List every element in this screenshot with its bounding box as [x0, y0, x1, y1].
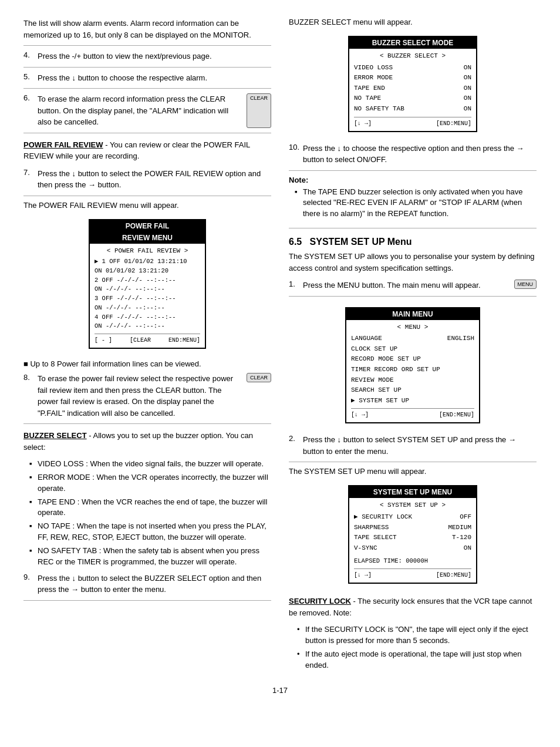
- system-menu-header: < SYSTEM SET UP >: [354, 500, 471, 511]
- step-5: 5. Press the ↓ button to choose the resp…: [23, 72, 271, 89]
- main-menu-row-5: SEARCH SET UP: [351, 385, 474, 396]
- step-text: Press the ↓ button to choose the respect…: [38, 72, 271, 84]
- system-menu-row-0: ▶ SECURITY LOCK OFF: [354, 512, 471, 523]
- step-num: 7.: [23, 168, 34, 191]
- step-2-system: 2. Press the ↓ button to select SYSTEM S…: [289, 434, 537, 462]
- main-menu-footer: [↓ →] [END:MENU]: [351, 408, 474, 420]
- system-menu-label-3: V-SYNC: [354, 543, 377, 554]
- right-column: BUZZER SELECT menu will appear. BUZZER S…: [289, 18, 537, 674]
- main-menu-row-4: REVIEW MODE: [351, 375, 474, 386]
- buzzer-menu-header: < BUZZER SELECT >: [354, 51, 471, 62]
- buzzer-menu-box: BUZZER SELECT MODE < BUZZER SELECT > VID…: [348, 36, 477, 132]
- power-fail-row-5: ON -/-/-/- --:--:--: [95, 304, 200, 313]
- power-fail-review-section: POWER FAIL REVIEW - You can review or cl…: [23, 139, 271, 162]
- section-65-title: 6.5 SYSTEM SET UP Menu: [289, 237, 537, 247]
- power-fail-menu-title: POWER FAIL: [90, 220, 205, 232]
- step-num: 2.: [289, 434, 299, 457]
- section-title: SYSTEM SET UP Menu: [310, 237, 412, 247]
- system-menu-val-1: MEDIUM: [448, 523, 471, 533]
- system-menu-row-2: TAPE SELECT T-120: [354, 533, 471, 543]
- section-65-intro: The SYSTEM SET UP allows you to personal…: [289, 251, 537, 274]
- buzzer-label-0: VIDEO LOSS: [354, 63, 393, 73]
- clear-button-indicator-2: CLEAR: [247, 373, 271, 382]
- buzzer-label-2: TAPE END: [354, 83, 385, 94]
- note-block: Note: The TAPE END buzzer selection is o…: [289, 176, 537, 220]
- security-lock-section: SECURITY LOCK - The security lock ensure…: [289, 595, 537, 618]
- power-fail-row-4: 3 OFF -/-/-/- --:--:--: [95, 294, 200, 304]
- note-label: Note:: [289, 176, 537, 184]
- step-1-system: 1. Press the MENU button. The main menu …: [289, 280, 537, 297]
- system-menu-val-3: ON: [464, 543, 471, 554]
- main-menu-box: MAIN MENU < MENU > LANGUAGE ENGLISH CLOC…: [345, 307, 480, 424]
- step-num: 4.: [23, 51, 34, 62]
- footer-left: [↓ →]: [354, 571, 372, 580]
- buzzer-row-2: TAPE END ON: [354, 83, 471, 94]
- system-menu-row-1: SHARPNESS MEDIUM: [354, 523, 471, 533]
- power-fail-row-3: ON -/-/-/- --:--:--: [95, 285, 200, 294]
- step-num: 6.: [23, 93, 34, 128]
- buzzer-bullet-1: ERROR MODE : When the VCR operates incor…: [29, 472, 271, 494]
- buzzer-row-3: NO TAPE ON: [354, 93, 471, 104]
- buzzer-menu-intro: BUZZER SELECT menu will appear.: [289, 18, 537, 26]
- step-10: 10. Press the ↓ to choose the respective…: [289, 143, 537, 171]
- system-menu-inner: < SYSTEM SET UP > ▶ SECURITY LOCK OFF SH…: [349, 498, 476, 583]
- step-text: Press the ↓ button to select SYSTEM SET …: [303, 434, 537, 457]
- buzzer-menu-inner: < BUZZER SELECT > VIDEO LOSS ON ERROR MO…: [349, 49, 476, 131]
- footer-left: [↓ →]: [351, 410, 369, 420]
- system-menu-centered: SYSTEM SET UP MENU < SYSTEM SET UP > ▶ S…: [289, 479, 537, 590]
- power-fail-menu-title2: REVIEW MENU: [90, 232, 205, 244]
- system-menu-footer: [↓ →] [END:MENU]: [354, 568, 471, 580]
- step-num: 10.: [289, 143, 299, 166]
- power-fail-note: ■ Up to 8 Power fail information lines c…: [23, 359, 271, 368]
- step-text: Press the -/+ button to view the next/pr…: [38, 51, 271, 62]
- step-7: 7. Press the ↓ button to select the POWE…: [23, 168, 271, 196]
- system-menu-row-3: V-SYNC ON: [354, 543, 471, 554]
- system-menu-box: SYSTEM SET UP MENU < SYSTEM SET UP > ▶ S…: [348, 485, 477, 584]
- buzzer-bullet-2: TAPE END : When the VCR reaches the end …: [29, 497, 271, 519]
- buzzer-bullet-list: VIDEO LOSS : When the video signal fails…: [29, 459, 271, 568]
- security-bullet-0: If the SECURITY LOCK is "ON", the tape w…: [297, 624, 537, 647]
- security-bullet-1: If the auto eject mode is operational, t…: [297, 649, 537, 671]
- main-menu-val-0: ENGLISH: [447, 334, 474, 344]
- step-text: Press the ↓ button to select the POWER F…: [38, 168, 271, 191]
- power-fail-menu-box: POWER FAIL REVIEW MENU < POWER FAIL REVI…: [89, 219, 206, 349]
- power-fail-row-1: ON 01/01/02 13:21:20: [95, 267, 200, 276]
- buzzer-menu-footer: [↓ →] [END:MENU]: [354, 117, 471, 129]
- power-fail-heading: POWER FAIL REVIEW: [23, 140, 103, 149]
- power-fail-menu-intro: The POWER FAIL REVIEW menu will appear.: [23, 201, 271, 210]
- step-text: Press the ↓ button to select the BUZZER …: [38, 573, 271, 595]
- footer-mid: [CLEAR: [130, 336, 151, 345]
- section-65: 6.5 SYSTEM SET UP Menu The SYSTEM SET UP…: [289, 237, 537, 671]
- buzzer-bullet-0: VIDEO LOSS : When the video signal fails…: [29, 459, 271, 470]
- footer-left: [↓ →]: [354, 119, 372, 129]
- buzzer-select-section: BUZZER SELECT - Allows you to set up the…: [23, 430, 271, 453]
- main-menu-header: < MENU >: [351, 322, 474, 333]
- main-menu-label-0: LANGUAGE: [351, 334, 382, 344]
- footer-right: [END:MENU]: [436, 571, 471, 580]
- intro-text: The list will show alarm events. Alarm r…: [23, 18, 271, 41]
- power-fail-menu-header: < POWER FAIL REVIEW >: [95, 246, 200, 257]
- note-list: The TAPE END buzzer selection is only ac…: [295, 187, 537, 220]
- step-6: 6. To erase the alarm record information…: [23, 93, 271, 133]
- step-8: 8. To erase the power fail review select…: [23, 373, 271, 424]
- power-fail-row-0: ▶ 1 OFF 01/01/02 13:21:10: [95, 257, 200, 267]
- main-menu-row-1: CLOCK SET UP: [351, 344, 474, 355]
- page-number: 1-17: [23, 686, 537, 695]
- footer-left: [ - ]: [95, 336, 112, 345]
- power-fail-menu-centered: POWER FAIL REVIEW MENU < POWER FAIL REVI…: [23, 213, 271, 355]
- power-fail-menu-footer: [ - ] [CLEAR END:MENU]: [95, 334, 200, 345]
- footer-right: [END:MENU]: [439, 410, 474, 420]
- security-bullet-list: If the SECURITY LOCK is "ON", the tape w…: [297, 624, 537, 671]
- power-fail-row-6: 4 OFF -/-/-/- --:--:--: [95, 313, 200, 322]
- step-9: 9. Press the ↓ button to select the BUZZ…: [23, 573, 271, 601]
- buzzer-val-1: ON: [464, 73, 471, 83]
- step-text: To erase the power fail review select th…: [38, 373, 239, 419]
- left-column: The list will show alarm events. Alarm r…: [23, 18, 271, 674]
- security-lock-heading: SECURITY LOCK: [289, 597, 351, 605]
- system-menu-val-2: T-120: [452, 533, 471, 543]
- note-item-0: The TAPE END buzzer selection is only ac…: [295, 187, 537, 220]
- step-num: 5.: [23, 72, 34, 84]
- main-menu-row-3: TIMER RECORD ORD SET UP: [351, 365, 474, 375]
- buzzer-val-4: ON: [464, 104, 471, 115]
- buzzer-label-3: NO TAPE: [354, 93, 381, 104]
